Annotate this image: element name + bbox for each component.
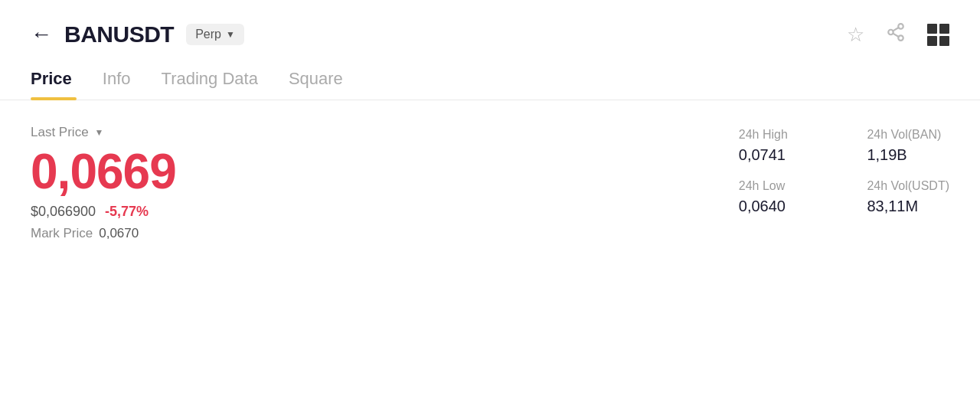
share-icon[interactable] [886, 22, 906, 47]
mark-price-label: Mark Price [31, 226, 93, 241]
layout-icon[interactable] [927, 24, 949, 46]
header: ← BANUSDT Perp ▼ ☆ [0, 0, 980, 63]
tab-trading-data[interactable]: Trading Data [162, 69, 258, 100]
price-stats-right: 24h High 0,0741 24h Vol(BAN) 1,19B 24h L… [739, 125, 949, 215]
star-icon[interactable]: ☆ [847, 23, 864, 47]
stat-vol-ban-value: 1,19B [867, 146, 949, 164]
tab-square[interactable]: Square [289, 69, 343, 100]
svg-line-4 [893, 28, 898, 31]
back-button[interactable]: ← [31, 24, 52, 45]
stat-vol-ban-label: 24h Vol(BAN) [867, 128, 949, 142]
stat-24h-high: 24h High 0,0741 [739, 128, 822, 164]
stat-24h-vol-ban: 24h Vol(BAN) 1,19B [867, 128, 949, 164]
stat-vol-usdt-value: 83,11M [867, 198, 949, 215]
last-price-chevron-icon: ▼ [95, 127, 104, 138]
tabs-container: Price Info Trading Data Square [0, 69, 980, 100]
stat-high-value: 0,0741 [739, 146, 822, 164]
price-change-pct: -5,77% [105, 204, 149, 220]
ticker-symbol: BANUSDT [64, 21, 174, 47]
price-usd-row: $0,066900 -5,77% [31, 204, 176, 220]
grid-cell-1 [927, 24, 937, 34]
stat-vol-usdt-label: 24h Vol(USDT) [867, 179, 949, 193]
stat-low-value: 0,0640 [739, 198, 822, 215]
mark-price-value: 0,0670 [99, 226, 139, 241]
svg-line-3 [893, 34, 898, 37]
last-price-label: Last Price [31, 125, 89, 140]
mark-price-row: Mark Price 0,0670 [31, 226, 176, 241]
header-left: ← BANUSDT Perp ▼ [31, 21, 244, 47]
usd-price: $0,066900 [31, 204, 96, 220]
perp-selector[interactable]: Perp ▼ [186, 24, 244, 45]
tab-list: Price Info Trading Data Square [31, 69, 949, 100]
tab-price[interactable]: Price [31, 69, 72, 100]
grid-cell-2 [939, 24, 949, 34]
price-left: Last Price ▼ 0,0669 $0,066900 -5,77% Mar… [31, 125, 176, 241]
stat-24h-vol-usdt: 24h Vol(USDT) 83,11M [867, 179, 949, 215]
last-price-label-row: Last Price ▼ [31, 125, 176, 140]
stat-low-label: 24h Low [739, 179, 822, 193]
main-price-value: 0,0669 [31, 146, 176, 198]
grid-cell-4 [939, 36, 949, 46]
stat-high-label: 24h High [739, 128, 822, 142]
stat-24h-low: 24h Low 0,0640 [739, 179, 822, 215]
tab-info[interactable]: Info [103, 69, 131, 100]
chevron-down-icon: ▼ [226, 29, 235, 40]
header-right: ☆ [847, 22, 949, 47]
grid-cell-3 [927, 36, 937, 46]
price-section: Last Price ▼ 0,0669 $0,066900 -5,77% Mar… [0, 100, 980, 257]
perp-label: Perp [195, 28, 221, 41]
